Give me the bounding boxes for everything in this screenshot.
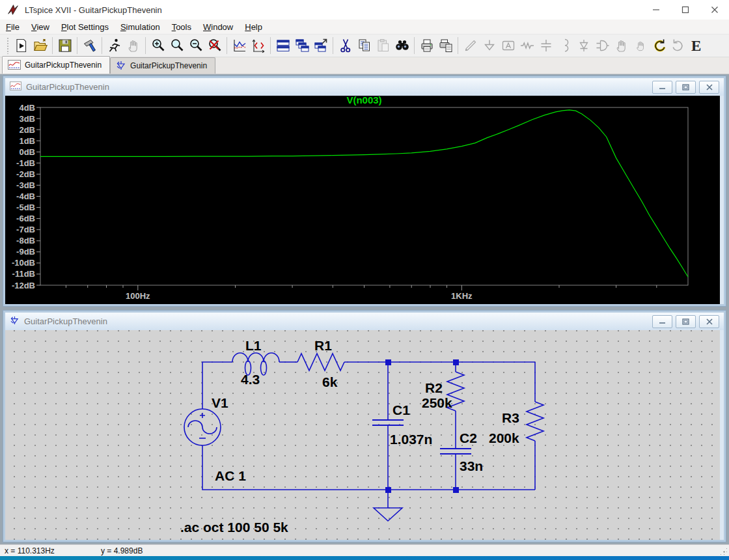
run-button[interactable] — [105, 36, 124, 55]
label-L1[interactable]: L1 — [245, 338, 262, 353]
value-R1[interactable]: 6k — [322, 374, 338, 389]
trace-v-n003[interactable] — [40, 110, 688, 277]
menu-tools[interactable]: Tools — [166, 21, 197, 33]
halt-button — [124, 36, 143, 55]
cut-button[interactable] — [336, 36, 355, 55]
svg-text:-10dB: -10dB — [12, 258, 35, 268]
print-preview-button[interactable] — [436, 36, 455, 55]
place-inductor-button — [555, 36, 574, 55]
x-axis-ticks — [66, 285, 656, 290]
menu-file[interactable]: File — [0, 21, 25, 33]
voltage-source-V1-symbol[interactable] — [184, 409, 221, 445]
schematic-window-titlebar[interactable]: GuitarPickupThevenin — [5, 313, 724, 330]
mdi-area: GuitarPickupThevenin 4dB3dB2dB1dB0dB-1dB… — [0, 74, 729, 544]
zoom-in-button[interactable] — [148, 36, 167, 55]
y-axis-labels: 4dB3dB2dB1dB0dB-1dB-2dB-3dB-4dB-5dB-6dB-… — [12, 103, 35, 290]
svg-text:2dB: 2dB — [19, 125, 35, 135]
tab-schematic[interactable]: GuitarPickupThevenin — [110, 57, 215, 74]
resistor-R3-symbol[interactable] — [527, 402, 543, 441]
draw-wire-button — [461, 36, 480, 55]
copy-button[interactable] — [355, 36, 374, 55]
print-button[interactable] — [417, 36, 436, 55]
svg-text:-1dB: -1dB — [16, 158, 35, 168]
resistor-R1-symbol[interactable] — [297, 354, 344, 371]
toolbar: E — [0, 35, 729, 57]
child-minimize-button[interactable] — [652, 315, 672, 328]
undo-button[interactable] — [650, 36, 668, 55]
menu-simulation[interactable]: Simulation — [115, 21, 166, 33]
schematic-tab-icon — [116, 61, 126, 70]
child-restore-button[interactable] — [676, 315, 696, 328]
autorange-y-button[interactable] — [230, 36, 249, 55]
edit-text-button[interactable]: E — [687, 36, 706, 55]
minimize-button[interactable] — [641, 0, 670, 20]
child-minimize-button[interactable] — [652, 81, 672, 94]
child-restore-button[interactable] — [676, 81, 696, 94]
svg-text:-6dB: -6dB — [16, 214, 35, 223]
label-C2[interactable]: C2 — [460, 430, 477, 445]
value-R2[interactable]: 250k — [422, 395, 452, 410]
svg-text:1dB: 1dB — [19, 136, 35, 146]
drag-button — [631, 36, 650, 55]
value-L1[interactable]: 4.3 — [241, 372, 260, 387]
place-ground-button — [480, 36, 499, 55]
menu-window[interactable]: Window — [197, 21, 239, 33]
capacitor-C1-symbol[interactable] — [372, 420, 404, 425]
svg-text:-3dB: -3dB — [16, 180, 35, 190]
value-V1[interactable]: AC 1 — [215, 468, 246, 483]
label-R2[interactable]: R2 — [425, 380, 443, 395]
toolbar-separator — [145, 37, 146, 54]
tab-label: GuitarPickupThevenin — [25, 61, 102, 70]
child-close-button[interactable] — [699, 81, 719, 94]
ground-symbol[interactable] — [374, 508, 402, 521]
value-C1[interactable]: 1.037n — [390, 432, 432, 447]
close-button[interactable] — [700, 0, 729, 20]
spice-directive[interactable]: .ac oct 100 50 5k — [180, 520, 288, 535]
toolbar-separator — [414, 37, 415, 54]
zoom-extents-button[interactable] — [205, 36, 224, 55]
menu-plot-settings[interactable]: Plot Settings — [55, 21, 115, 33]
tab-waveform[interactable]: GuitarPickupThevenin — [2, 56, 110, 74]
zoom-out-button[interactable] — [186, 36, 205, 55]
label-V1[interactable]: V1 — [212, 395, 228, 410]
cascade-windows-button[interactable] — [292, 36, 311, 55]
find-button[interactable] — [392, 36, 411, 55]
child-close-button[interactable] — [699, 315, 719, 328]
capacitor-C2-symbol[interactable] — [440, 449, 471, 454]
plot-axes-button[interactable] — [249, 36, 268, 55]
status-bar: x = 110.313Hz y = 4.989dB — [0, 544, 729, 556]
tab-label: GuitarPickupThevenin — [130, 61, 207, 70]
save-button[interactable] — [55, 36, 74, 55]
waveform-tab-icon — [8, 60, 21, 70]
waveform-plot[interactable]: 4dB3dB2dB1dB0dB-1dB-2dB-3dB-4dB-5dB-6dB-… — [5, 96, 720, 304]
tab-bar: GuitarPickupThevenin GuitarPickupTheveni… — [0, 57, 729, 74]
menu-view[interactable]: View — [25, 21, 55, 33]
label-C1[interactable]: C1 — [392, 402, 410, 417]
toolbar-separator — [270, 37, 271, 54]
tile-windows-button[interactable] — [273, 36, 292, 55]
menu-help[interactable]: Help — [239, 21, 268, 33]
toolbar-separator — [333, 37, 333, 54]
place-component-button — [593, 36, 612, 55]
redo-button — [668, 36, 687, 55]
schematic-window-title: GuitarPickupThevenin — [24, 316, 107, 326]
window-title: LTspice XVII - GuitarPickupThevenin — [25, 5, 162, 15]
value-C2[interactable]: 33n — [460, 458, 483, 473]
new-schematic-button[interactable] — [12, 36, 31, 55]
maximize-button[interactable] — [670, 0, 700, 20]
label-R1[interactable]: R1 — [314, 338, 332, 353]
arrange-windows-button[interactable] — [311, 36, 330, 55]
svg-text:-7dB: -7dB — [16, 225, 35, 234]
place-resistor-button — [517, 36, 536, 55]
trace-label[interactable]: V(n003) — [346, 96, 381, 105]
svg-text:-2dB: -2dB — [16, 169, 35, 179]
resize-grip[interactable] — [719, 547, 727, 555]
label-R3[interactable]: R3 — [502, 410, 519, 425]
waveform-window-titlebar[interactable]: GuitarPickupThevenin — [5, 78, 724, 96]
control-panel-button[interactable] — [80, 36, 99, 55]
value-R3[interactable]: 200k — [489, 430, 519, 445]
open-button[interactable] — [31, 36, 49, 55]
svg-text:E: E — [691, 38, 701, 53]
schematic-canvas[interactable]: L1 4.3 R1 6k V1 AC 1 C1 1.037n R2 250k C… — [5, 330, 720, 540]
zoom-area-button[interactable] — [167, 36, 186, 55]
